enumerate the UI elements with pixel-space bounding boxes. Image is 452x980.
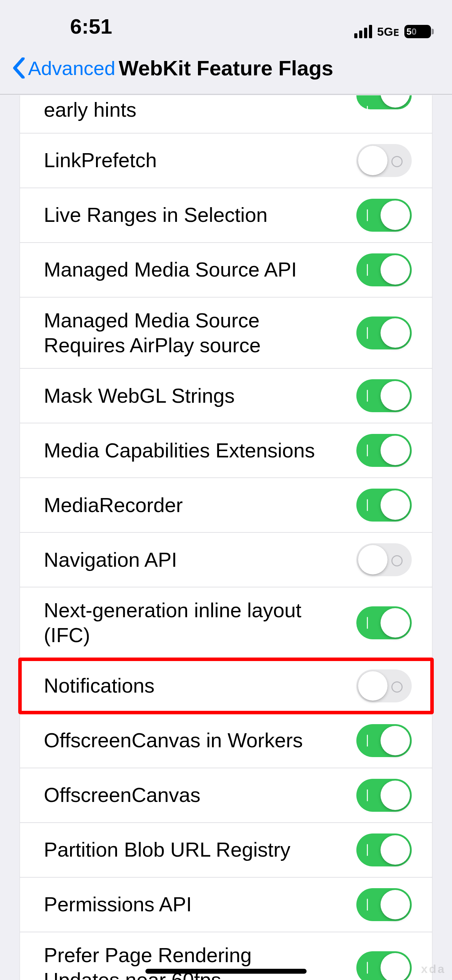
toggle-knob <box>380 318 410 348</box>
toggle-knob <box>358 146 388 175</box>
network-type: 5Gᴇ <box>377 24 399 38</box>
status-bar: 6:51 5Gᴇ 50 <box>0 0 452 42</box>
settings-row: Managed Media Source API <box>20 243 432 298</box>
settings-row: Media Capabilities Extensions <box>20 423 432 478</box>
toggle-switch[interactable] <box>357 670 412 702</box>
toggle-switch[interactable] <box>357 488 412 522</box>
toggle-switch[interactable] <box>357 199 412 232</box>
toggle-knob <box>380 436 410 465</box>
settings-row: Permissions API <box>20 878 432 932</box>
toggle-switch[interactable] <box>357 779 412 812</box>
setting-label: Mask WebGL Strings <box>44 383 235 408</box>
toggle-knob <box>358 545 388 574</box>
setting-label: Partition Blob URL Registry <box>44 837 290 862</box>
toggle-knob <box>380 381 410 410</box>
settings-row: Partition Blob URL Registry <box>20 823 432 878</box>
settings-row: Live Ranges in Selection <box>20 188 432 243</box>
setting-label: LinkPrefetch <box>44 148 157 173</box>
setting-label: MediaRecorder <box>44 493 183 518</box>
toggle-knob <box>380 953 410 980</box>
settings-row: Navigation API <box>20 533 432 587</box>
home-indicator[interactable] <box>145 969 307 974</box>
battery-percent: 5 <box>406 26 411 37</box>
setting-label: Live Ranges in Selection <box>44 203 267 228</box>
settings-row: Next-generation inline layout (IFC) <box>20 587 432 659</box>
setting-label: OffscreenCanvas <box>44 783 201 808</box>
toggle-switch[interactable] <box>357 543 412 576</box>
settings-list[interactable]: early hintsLinkPrefetchLive Ranges in Se… <box>20 95 432 980</box>
toggle-knob <box>380 726 410 755</box>
battery-icon: 50 <box>404 25 431 38</box>
chevron-left-icon <box>13 57 25 78</box>
toggle-switch[interactable] <box>357 95 412 109</box>
setting-label: Permissions API <box>44 892 192 917</box>
toggle-knob <box>380 835 410 865</box>
watermark: xda <box>421 962 446 976</box>
setting-label: Next-generation inline layout (IFC) <box>44 598 331 648</box>
settings-row: MediaRecorder <box>20 478 432 533</box>
toggle-knob <box>380 890 410 920</box>
toggle-switch[interactable] <box>357 434 412 467</box>
setting-label: OffscreenCanvas in Workers <box>44 728 303 753</box>
setting-label: Notifications <box>44 673 154 698</box>
screen: 6:51 5Gᴇ 50 Advanced WebKit Feature Flag… <box>0 0 452 980</box>
toggle-knob <box>380 200 410 230</box>
toggle-switch[interactable] <box>357 606 412 639</box>
battery-percent-faded: 0 <box>411 26 416 37</box>
settings-row: Mask WebGL Strings <box>20 369 432 423</box>
page-title: WebKit Feature Flags <box>119 56 333 80</box>
cellular-signal-icon <box>354 25 372 38</box>
toggle-switch[interactable] <box>357 834 412 866</box>
toggle-knob <box>358 671 388 701</box>
toggle-switch[interactable] <box>357 144 412 177</box>
settings-row: OffscreenCanvas in Workers <box>20 714 432 768</box>
toggle-switch[interactable] <box>357 724 412 757</box>
setting-label: Navigation API <box>44 547 177 573</box>
toggle-switch[interactable] <box>357 253 412 286</box>
toggle-switch[interactable] <box>357 888 412 921</box>
toggle-switch[interactable] <box>357 951 412 980</box>
back-button[interactable]: Advanced <box>13 57 115 80</box>
settings-row: Managed Media Source Requires AirPlay so… <box>20 298 432 369</box>
setting-label: Managed Media Source API <box>44 257 297 282</box>
setting-label: Media Capabilities Extensions <box>44 438 315 463</box>
settings-row: LinkPrefetch <box>20 134 432 188</box>
status-time: 6:51 <box>21 14 112 38</box>
back-label: Advanced <box>28 57 115 80</box>
toggle-knob <box>380 490 410 520</box>
toggle-knob <box>380 608 410 638</box>
settings-row: early hints <box>20 95 432 134</box>
toggle-knob <box>380 255 410 285</box>
status-right: 5Gᴇ 50 <box>354 24 431 38</box>
settings-row: Notifications <box>20 659 432 714</box>
toggle-knob <box>380 781 410 810</box>
toggle-switch[interactable] <box>357 379 412 412</box>
navigation-bar: Advanced WebKit Feature Flags <box>0 42 452 95</box>
settings-row: OffscreenCanvas <box>20 768 432 823</box>
setting-label: early hints <box>44 95 136 123</box>
setting-label: Managed Media Source Requires AirPlay so… <box>44 308 331 358</box>
toggle-knob <box>380 95 410 108</box>
setting-label: Prefer Page Rendering Updates near 60fps <box>44 943 331 980</box>
toggle-switch[interactable] <box>357 317 412 350</box>
